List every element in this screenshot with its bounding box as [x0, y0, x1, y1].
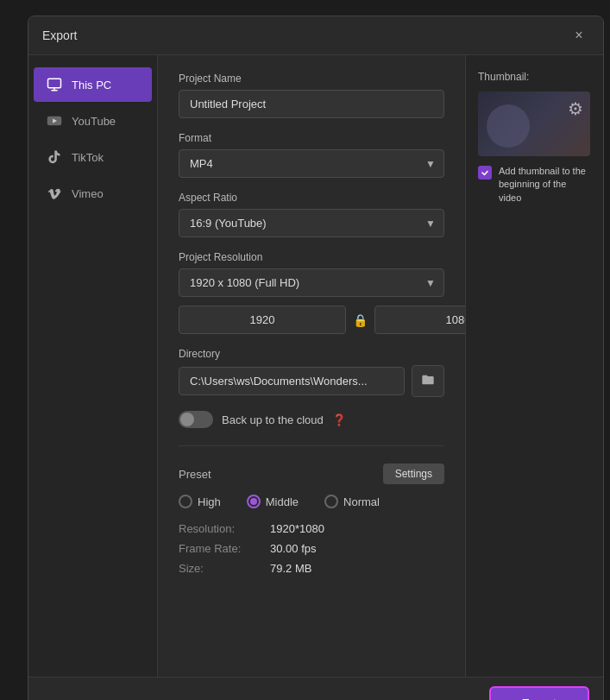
normal-radio-label: Normal: [343, 495, 380, 508]
resolution-group: Project Resolution 1920 x 1080 (Full HD)…: [179, 251, 444, 334]
resolution-info-val: 1920*1080: [270, 522, 324, 535]
sidebar-item-label-this-pc: This PC: [72, 79, 111, 91]
resolution-info-key: Resolution:: [179, 522, 256, 535]
dialog-title: Export: [42, 28, 77, 42]
height-input[interactable]: [374, 306, 465, 334]
preset-high-option[interactable]: High: [179, 495, 221, 508]
project-name-label: Project Name: [179, 73, 444, 85]
thumbnail-checkbox[interactable]: [478, 166, 492, 180]
sidebar-item-youtube[interactable]: YouTube: [34, 104, 152, 138]
normal-radio-circle: [324, 495, 338, 508]
resolution-select-wrapper: 1920 x 1080 (Full HD) 1280 x 720 (HD) 38…: [179, 268, 444, 297]
middle-radio-inner: [250, 498, 257, 505]
directory-row: [179, 365, 444, 397]
sidebar-item-this-pc[interactable]: This PC: [34, 67, 152, 102]
high-radio-circle: [179, 495, 192, 508]
directory-group: Directory: [179, 348, 444, 397]
resolution-custom-row: 🔒: [179, 306, 444, 334]
framerate-info-row: Frame Rate: 30.00 fps: [179, 542, 444, 555]
youtube-icon: [46, 112, 63, 129]
settings-button[interactable]: Settings: [383, 464, 444, 484]
preset-radio-group: High Middle Normal: [179, 495, 444, 508]
aspect-ratio-label: Aspect Ratio: [179, 192, 444, 204]
export-dialog: Export × This PC: [28, 16, 604, 700]
thumbnail-checkbox-row: Add thumbnail to the beginning of the vi…: [478, 165, 591, 205]
middle-radio-label: Middle: [266, 495, 299, 508]
format-group: Format MP4 MOV AVI ▼: [179, 132, 444, 178]
framerate-info-key: Frame Rate:: [179, 542, 256, 555]
resolution-select[interactable]: 1920 x 1080 (Full HD) 1280 x 720 (HD) 38…: [179, 268, 444, 297]
browse-folder-button[interactable]: [412, 365, 444, 397]
size-info-key: Size:: [179, 562, 256, 575]
resolution-info-row: Resolution: 1920*1080: [179, 522, 444, 535]
export-button[interactable]: Export: [489, 686, 589, 700]
cloud-toggle[interactable]: [179, 411, 213, 428]
export-footer: Export: [28, 677, 603, 700]
size-info-val: 79.2 MB: [270, 562, 311, 575]
size-info-row: Size: 79.2 MB: [179, 562, 444, 575]
lock-icon: 🔒: [353, 313, 368, 327]
thumbnail-image: [478, 91, 590, 156]
help-icon[interactable]: ❓: [332, 413, 346, 426]
dialog-body: This PC YouTube TikTok: [28, 55, 603, 677]
preset-normal-option[interactable]: Normal: [324, 495, 380, 508]
middle-radio-circle: [247, 495, 261, 508]
framerate-info-val: 30.00 fps: [270, 542, 317, 555]
thumbnail-checkbox-label: Add thumbnail to the beginning of the vi…: [499, 165, 591, 205]
tiktok-icon: [46, 148, 63, 166]
aspect-ratio-group: Aspect Ratio 16:9 (YouTube) 9:16 (Portra…: [179, 192, 444, 237]
computer-icon: [46, 76, 63, 93]
preset-label: Preset: [179, 468, 211, 481]
vimeo-icon: [46, 185, 63, 202]
thumbnail-label: Thumbnail:: [478, 71, 591, 83]
sidebar: This PC YouTube TikTok: [28, 55, 158, 677]
high-radio-label: High: [198, 495, 221, 508]
thumbnail-panel: Thumbnail: Add thumbnail to the beginnin…: [465, 55, 603, 677]
project-name-group: Project Name: [179, 73, 444, 118]
sidebar-item-vimeo[interactable]: Vimeo: [34, 176, 152, 211]
sidebar-item-label-youtube: YouTube: [72, 115, 116, 128]
cloud-label: Back up to the cloud: [222, 413, 324, 426]
sidebar-item-tiktok[interactable]: TikTok: [34, 140, 152, 174]
format-label: Format: [179, 132, 444, 144]
width-input[interactable]: [179, 306, 346, 334]
aspect-ratio-select[interactable]: 16:9 (YouTube) 9:16 (Portrait) 1:1 (Squa…: [179, 209, 444, 237]
toggle-knob: [180, 413, 194, 426]
format-select-wrapper: MP4 MOV AVI ▼: [179, 149, 444, 178]
cloud-backup-row: Back up to the cloud ❓: [179, 411, 444, 428]
dialog-titlebar: Export ×: [28, 16, 603, 55]
directory-label: Directory: [179, 348, 444, 360]
svg-rect-0: [48, 79, 61, 88]
close-button[interactable]: ×: [569, 25, 589, 46]
directory-input[interactable]: [179, 367, 405, 395]
section-divider: [179, 445, 444, 446]
project-name-input[interactable]: [179, 90, 444, 118]
resolution-label: Project Resolution: [179, 251, 444, 263]
preset-middle-option[interactable]: Middle: [247, 495, 299, 508]
preset-header: Preset Settings: [179, 464, 444, 484]
sidebar-item-label-tiktok: TikTok: [72, 151, 104, 164]
sidebar-item-label-vimeo: Vimeo: [72, 187, 104, 200]
aspect-ratio-select-wrapper: 16:9 (YouTube) 9:16 (Portrait) 1:1 (Squa…: [179, 209, 444, 237]
format-select[interactable]: MP4 MOV AVI: [179, 149, 444, 178]
main-form: Project Name Format MP4 MOV AVI ▼ Aspect…: [158, 55, 465, 677]
